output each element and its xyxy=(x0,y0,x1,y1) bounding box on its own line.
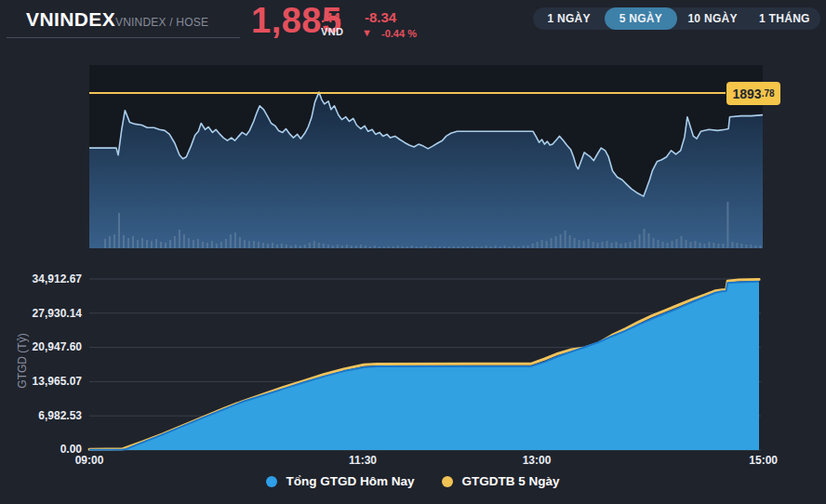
x-tick-label: 11:30 xyxy=(342,454,383,467)
reference-price-main: 1893 xyxy=(732,86,761,101)
legend: Tổng GTGD Hôm Nay GTGDTB 5 Ngày xyxy=(0,474,826,488)
legend-dot-gold-icon xyxy=(442,476,453,487)
reference-price-badge: 1893.78 xyxy=(726,82,780,105)
symbol-title: VNINDEX xyxy=(26,8,115,31)
x-tick-label: 15:00 xyxy=(737,454,778,467)
y-axis-title: GTGD (Tỷ) xyxy=(16,305,29,417)
x-tick-label: 09:00 xyxy=(69,454,110,467)
triangle-down-icon: ▼ xyxy=(362,27,372,38)
last-price-decimal: .44 xyxy=(321,9,340,25)
legend-label: GTGDTB 5 Ngày xyxy=(461,474,559,488)
range-button-5-ngay[interactable]: 5 NGÀY xyxy=(605,7,676,30)
currency-label: VND xyxy=(321,26,343,37)
y-tick-label: 27,930.14 xyxy=(0,307,82,320)
y-tick-label: 20,947.60 xyxy=(0,340,82,353)
y-tick-label: 13,965.07 xyxy=(0,375,82,388)
legend-dot-blue-icon xyxy=(266,476,277,487)
range-button-1-thang[interactable]: 1 THÁNG xyxy=(749,7,820,30)
price-change-percent: -0.44 % xyxy=(381,28,417,39)
y-tick-label: 6,982.53 xyxy=(0,409,82,422)
header-divider xyxy=(7,37,240,38)
reference-price-decimal: .78 xyxy=(762,88,775,99)
range-button-10-ngay[interactable]: 10 NGÀY xyxy=(677,7,749,30)
charts-canvas[interactable] xyxy=(0,0,826,504)
price-change: -8.34 xyxy=(365,9,396,25)
x-tick-label: 13:00 xyxy=(516,454,557,467)
legend-item-today: Tổng GTGD Hôm Nay xyxy=(266,474,414,488)
legend-label: Tổng GTGD Hôm Nay xyxy=(286,474,414,488)
legend-item-avg5: GTGDTB 5 Ngày xyxy=(442,474,559,488)
range-switcher: 1 NGÀY 5 NGÀY 10 NGÀY 1 THÁNG xyxy=(533,7,820,30)
symbol-subtitle: VNINDEX / HOSE xyxy=(115,16,208,29)
range-button-1-ngay[interactable]: 1 NGÀY xyxy=(533,7,605,30)
y-tick-label: 34,912.67 xyxy=(0,272,82,285)
